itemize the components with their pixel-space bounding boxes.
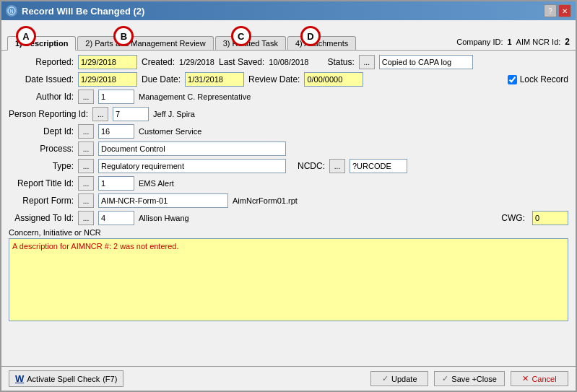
row-person-reporting: Person Reporting Id: ... Jeff J. Spira (9, 107, 568, 121)
author-id-text: Management C. Representative (139, 92, 251, 101)
report-title-text: EMS Alert (139, 179, 174, 188)
process-input[interactable] (98, 141, 286, 156)
spell-check-label: Activate Spell Check (27, 375, 100, 383)
save-check-icon: ✓ (442, 374, 448, 383)
dept-id-label: Dept Id: (9, 126, 74, 136)
report-title-dots-button[interactable]: ... (78, 176, 94, 191)
lock-record-checkbox[interactable] (508, 75, 517, 84)
author-id-label: Author Id: (9, 92, 74, 102)
update-check-icon: ✓ (382, 374, 389, 383)
window-title: Record Will Be Changed (2) (22, 6, 144, 17)
cancel-label: Cancel (532, 375, 556, 383)
person-reporting-label: Person Reporting Id: (9, 109, 88, 119)
tab2-wrapper: B 2) Parts and Management Review (77, 36, 214, 50)
row-report-form: Report Form: ... AimNcrForm01.rpt (9, 193, 568, 208)
tab1-wrapper: A 1) Description (7, 36, 77, 50)
tab-parts[interactable]: 2) Parts and Management Review (77, 36, 213, 50)
header-right: Company ID: 1 AIM NCR Id: 2 (456, 37, 570, 50)
due-date-label: Due Date: (142, 74, 181, 84)
review-date-input[interactable] (304, 72, 363, 87)
review-date-label: Review Date: (248, 74, 300, 84)
close-button[interactable]: ✕ (558, 4, 571, 17)
person-reporting-text: Jeff J. Spira (153, 110, 195, 118)
report-form-label: Report Form: (9, 196, 74, 206)
ncdc-dots-button[interactable]: ... (329, 159, 345, 173)
row-process: Process: ... (9, 141, 568, 156)
save-close-label: Save +Close (451, 375, 497, 383)
cwg-label: CWG: (501, 213, 525, 223)
tab-attachments[interactable]: 4) Attachments (287, 36, 356, 50)
type-input[interactable] (98, 159, 286, 173)
title-bar-left: N Record Will Be Changed (2) (6, 5, 144, 17)
reported-input[interactable] (78, 55, 137, 69)
status-label: Status: (327, 57, 354, 67)
assigned-to-input[interactable] (98, 211, 134, 225)
main-window: N Record Will Be Changed (2) ? ✕ A 1) De… (0, 0, 577, 392)
created-value: 1/29/2018 (179, 58, 214, 66)
author-id-dots-button[interactable]: ... (78, 90, 94, 104)
circle-d: D (300, 26, 321, 46)
circle-c: C (231, 26, 251, 46)
author-id-input[interactable] (98, 90, 134, 104)
dept-id-text: Customer Service (139, 127, 201, 136)
process-dots-button[interactable]: ... (78, 141, 94, 156)
row-report-title: Report Title Id: ... EMS Alert (9, 176, 568, 191)
created-label: Created: (142, 57, 175, 67)
cancel-button[interactable]: ✕ Cancel (511, 371, 568, 386)
spell-check-shortcut: (F7) (103, 375, 117, 383)
lock-record-row: Lock Record (508, 74, 568, 84)
type-dots-button[interactable]: ... (78, 159, 94, 173)
tab3-wrapper: C 3) Related Task (215, 36, 287, 50)
report-title-input[interactable] (98, 176, 134, 191)
row-author: Author Id: ... Management C. Representat… (9, 90, 568, 104)
update-button[interactable]: ✓ Update (370, 371, 428, 386)
assigned-to-text: Allison Hwang (139, 214, 189, 222)
ncdc-label: NCDC: (298, 161, 325, 171)
footer-buttons: ✓ Update ✓ Save +Close ✕ Cancel (370, 371, 568, 386)
type-label: Type: (9, 161, 74, 171)
dept-id-dots-button[interactable]: ... (78, 124, 94, 139)
company-id-label: Company ID: (456, 38, 503, 46)
assigned-to-label: Assigned To Id: (9, 213, 74, 223)
aim-ncr-id-value: 2 (565, 37, 570, 47)
aim-ncr-id-label: AIM NCR Id: (516, 38, 561, 46)
title-bar: N Record Will Be Changed (2) ? ✕ (1, 1, 576, 20)
cwg-input[interactable] (532, 211, 568, 225)
title-bar-buttons: ? ✕ (544, 4, 571, 17)
report-form-input[interactable] (98, 193, 228, 208)
last-saved-label: Last Saved: (219, 57, 264, 67)
spell-check-button[interactable]: W Activate Spell Check (F7) (9, 370, 123, 387)
tab4-wrapper: D 4) Attachments (287, 36, 357, 50)
save-close-button[interactable]: ✓ Save +Close (434, 371, 505, 386)
report-title-label: Report Title Id: (9, 178, 74, 188)
company-id-value: 1 (507, 38, 511, 46)
ncdc-input[interactable] (350, 159, 407, 173)
tabs-bar: A 1) Description B 2) Parts and Manageme… (1, 20, 576, 51)
concern-label: Concern, Initiative or NCR (9, 228, 568, 237)
person-reporting-dots-button[interactable]: ... (92, 107, 108, 121)
lock-record-label: Lock Record (520, 74, 568, 84)
update-label: Update (391, 375, 417, 383)
status-input[interactable] (379, 55, 473, 69)
dept-id-input[interactable] (98, 124, 134, 139)
cancel-icon: ✕ (522, 374, 529, 383)
report-form-text: AimNcrForm01.rpt (233, 196, 298, 205)
form-content: Reported: Created: 1/29/2018 Last Saved:… (1, 51, 576, 366)
help-button[interactable]: ? (544, 4, 557, 17)
circle-a: A (16, 26, 36, 46)
row-dept: Dept Id: ... Customer Service (9, 124, 568, 139)
row-assigned-to: Assigned To Id: ... Allison Hwang CWG: (9, 211, 568, 225)
concern-section: Concern, Initiative or NCR A description… (9, 228, 568, 323)
assigned-to-dots-button[interactable]: ... (78, 211, 94, 225)
row-type: Type: ... NCDC: ... (9, 159, 568, 173)
concern-textarea[interactable]: A description for AIMNCR #: 2 was not en… (9, 238, 568, 321)
date-issued-input[interactable] (78, 72, 137, 87)
due-date-input[interactable] (185, 72, 244, 87)
status-dots-button[interactable]: ... (359, 55, 375, 69)
app-icon: N (6, 5, 17, 17)
word-icon: W (15, 373, 24, 384)
report-form-dots-button[interactable]: ... (78, 193, 94, 208)
footer: W Activate Spell Check (F7) ✓ Update ✓ S… (1, 366, 576, 391)
person-reporting-input[interactable] (113, 107, 149, 121)
concern-container: A description for AIMNCR #: 2 was not en… (9, 238, 568, 323)
